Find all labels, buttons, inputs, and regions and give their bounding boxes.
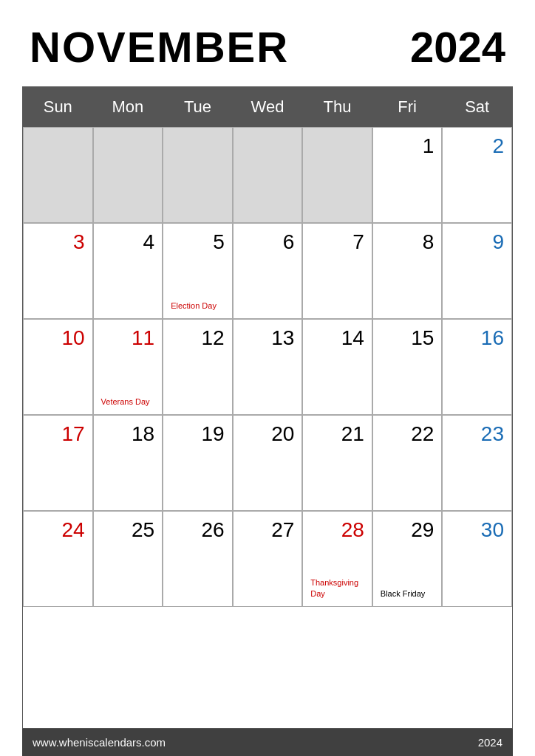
cell-date: 21 [310,422,364,447]
cell-date: 25 [101,518,155,543]
day-header-cell: Sat [442,87,512,127]
calendar-cell [233,127,303,223]
cell-date: 19 [171,422,225,447]
cell-date: 16 [450,326,504,351]
footer-year: 2024 [478,736,502,749]
calendar-cell: 13 [233,319,303,415]
cell-date: 7 [310,230,364,255]
cell-date: 4 [101,230,155,255]
calendar-cell: 30 [442,511,512,607]
calendar-cell: 6 [233,223,303,319]
cell-date: 29 [381,518,435,543]
cell-date: 9 [450,230,504,255]
calendar-cell: 5Election Day [163,223,233,319]
calendar-cell: 2 [442,127,512,223]
cell-date: 23 [450,422,504,447]
day-header-cell: Wed [233,87,303,127]
cell-date: 13 [241,326,295,351]
cell-date: 8 [381,230,435,255]
calendar-cell: 19 [163,415,233,511]
cell-date: 14 [310,326,364,351]
cell-date: 22 [381,422,435,447]
cell-date: 27 [241,518,295,543]
day-header-cell: Mon [93,87,163,127]
calendar-cell: 21 [302,415,372,511]
cell-holiday: Black Friday [381,588,435,602]
calendar-cell: 14 [302,319,372,415]
calendar-cell: 26 [163,511,233,607]
calendar-cell: 8 [372,223,443,319]
calendar-cell: 1 [372,127,443,223]
cell-date: 24 [31,518,85,543]
year-title: 2024 [410,22,505,72]
calendar-cell: 27 [233,511,303,607]
footer-url: www.wheniscalendars.com [33,736,166,749]
calendar-grid: 12345Election Day67891011Veterans Day121… [23,127,512,607]
cell-holiday: Thanksgiving Day [310,577,364,602]
calendar-cell: 28Thanksgiving Day [302,511,372,607]
calendar-cell: 20 [233,415,303,511]
cell-date: 18 [101,422,155,447]
calendar-cell: 3 [23,223,93,319]
calendar-container: SunMonTueWedThuFriSat 12345Election Day6… [22,86,513,729]
month-title: NOVEMBER [30,22,289,72]
day-header-row: SunMonTueWedThuFriSat [23,87,512,127]
cell-date: 3 [31,230,85,255]
calendar-cell [23,127,93,223]
calendar-cell: 10 [23,319,93,415]
page-wrapper: NOVEMBER 2024 SunMonTueWedThuFriSat 1234… [0,0,535,756]
calendar-cell: 24 [23,511,93,607]
calendar-cell [93,127,163,223]
calendar-cell: 11Veterans Day [93,319,163,415]
title-row: NOVEMBER 2024 [0,0,535,86]
cell-date: 10 [31,326,85,351]
cell-date: 15 [381,326,435,351]
cell-date: 28 [310,518,364,543]
calendar-cell [302,127,372,223]
calendar-cell: 4 [93,223,163,319]
cell-date: 20 [241,422,295,447]
calendar-cell: 22 [372,415,443,511]
cell-date: 26 [171,518,225,543]
cell-holiday: Election Day [171,300,225,314]
day-header-cell: Sun [23,87,93,127]
cell-holiday: Veterans Day [101,396,155,410]
calendar-cell: 25 [93,511,163,607]
calendar-cell: 18 [93,415,163,511]
calendar-cell: 12 [163,319,233,415]
day-header-cell: Fri [372,87,443,127]
cell-date: 30 [450,518,504,543]
cell-date: 5 [171,230,225,255]
calendar-cell: 9 [442,223,512,319]
calendar-cell: 7 [302,223,372,319]
day-header-cell: Thu [302,87,372,127]
cell-date: 17 [31,422,85,447]
day-header-cell: Tue [163,87,233,127]
cell-date: 12 [171,326,225,351]
cell-date: 11 [101,326,155,351]
cell-date: 2 [450,134,504,159]
calendar-cell: 23 [442,415,512,511]
footer-bar: www.wheniscalendars.com 2024 [22,729,513,756]
calendar-cell: 16 [442,319,512,415]
calendar-cell [163,127,233,223]
cell-date: 1 [381,134,435,159]
calendar-cell: 29Black Friday [372,511,443,607]
calendar-cell: 17 [23,415,93,511]
cell-date: 6 [241,230,295,255]
calendar-cell: 15 [372,319,443,415]
